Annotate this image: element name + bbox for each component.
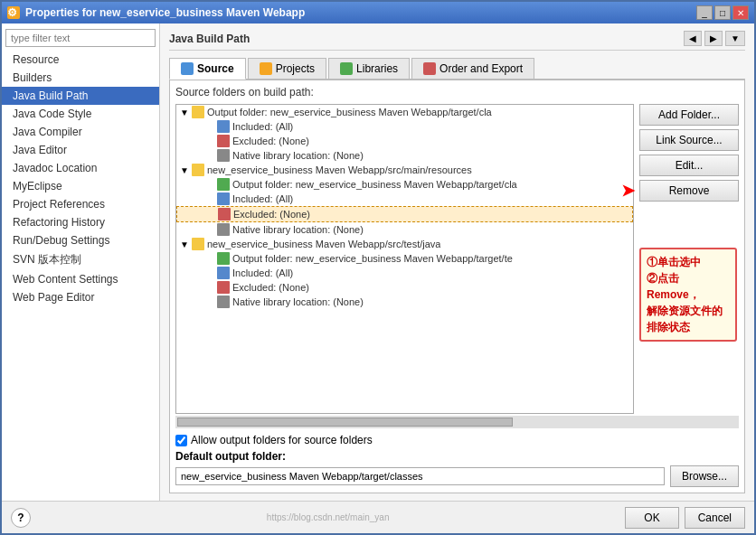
sidebar-item-java-build-path[interactable]: Java Build Path xyxy=(2,87,159,105)
sidebar-item-svn[interactable]: SVN 版本控制 xyxy=(2,249,159,270)
tree-item-9[interactable]: ▼ new_eservice_business Maven Webapp/src… xyxy=(176,237,633,251)
tree-item-3[interactable]: Native library location: (None) xyxy=(176,148,633,163)
sidebar-item-project-references[interactable]: Project References xyxy=(2,195,159,213)
native-icon-3 xyxy=(217,149,230,162)
excluded-icon-12 xyxy=(217,281,230,294)
annotation-box: ①单击选中 ②点击Remove， 解除资源文件的排除状态 xyxy=(639,248,737,342)
window-title: Properties for new_eservice_business Mav… xyxy=(25,6,305,19)
forward-arrow[interactable]: ▶ xyxy=(704,31,723,46)
sidebar-item-run-debug[interactable]: Run/Debug Settings xyxy=(2,231,159,249)
sidebar-item-myeclipse[interactable]: MyEclipse xyxy=(2,177,159,195)
tree-item-1[interactable]: Included: (All) xyxy=(176,119,633,134)
footer: ? https://blog.csdn.net/main_yan OK Canc… xyxy=(2,501,754,533)
annotation-step1: ①单击选中 xyxy=(647,256,701,268)
horizontal-scrollbar[interactable] xyxy=(175,416,739,428)
edit-button[interactable]: Edit... xyxy=(639,155,739,176)
tree-item-13[interactable]: Native library location: (None) xyxy=(176,295,633,309)
browse-button[interactable]: Browse... xyxy=(670,465,739,487)
arrow-indicator: ➤ xyxy=(621,181,635,201)
order-tab-icon xyxy=(423,62,436,75)
sidebar-item-refactoring-history[interactable]: Refactoring History xyxy=(2,213,159,231)
annotation-step2: ②点击Remove， xyxy=(647,272,700,301)
tree-text-7: Excluded: (None) xyxy=(233,209,310,220)
help-button[interactable]: ? xyxy=(11,508,31,528)
ok-button[interactable]: OK xyxy=(625,507,678,529)
scrollbar-thumb[interactable] xyxy=(177,418,513,427)
excluded-icon-7 xyxy=(218,208,231,221)
tree-item-4[interactable]: ▼ new_eservice_business Maven Webapp/src… xyxy=(176,163,633,177)
tree-text-6: Included: (All) xyxy=(232,193,293,204)
default-output-label: Default output folder: xyxy=(175,450,739,463)
tree-item-7[interactable]: Excluded: (None) xyxy=(176,206,633,222)
tree-item-12[interactable]: Excluded: (None) xyxy=(176,280,633,295)
folder-icon-4 xyxy=(192,164,204,176)
tree-text-10: Output folder: new_eservice_business Mav… xyxy=(232,253,513,264)
included-icon-6 xyxy=(217,192,230,205)
folder-icon-9 xyxy=(192,238,204,250)
tree-text-1: Included: (All) xyxy=(232,121,293,132)
tree-item-8[interactable]: Native library location: (None) xyxy=(176,222,633,237)
nav-arrows: ◀ ▶ ▼ xyxy=(684,31,745,46)
tree-text-2: Excluded: (None) xyxy=(232,136,309,146)
tree-text-12: Excluded: (None) xyxy=(232,282,309,293)
sidebar-item-builders[interactable]: Builders xyxy=(2,69,159,87)
sidebar-item-java-compiler[interactable]: Java Compiler xyxy=(2,123,159,141)
toggle-icon-0: ▼ xyxy=(180,108,189,117)
tree-item-2[interactable]: Excluded: (None) xyxy=(176,134,633,148)
tree-item-10[interactable]: Output folder: new_eservice_business Mav… xyxy=(176,251,633,266)
buttons-panel: Add Folder... Link Source... Edit... ➤ R… xyxy=(639,104,739,414)
tree-and-buttons: ▼ Output folder: new_eservice_business M… xyxy=(175,104,739,414)
add-folder-button[interactable]: Add Folder... xyxy=(639,104,739,126)
properties-window: ⚙ Properties for new_eservice_business M… xyxy=(0,0,756,535)
cancel-button[interactable]: Cancel xyxy=(685,507,745,529)
sidebar-item-javadoc-location[interactable]: Javadoc Location xyxy=(2,159,159,177)
sidebar-item-web-content[interactable]: Web Content Settings xyxy=(2,270,159,288)
toggle-icon-4: ▼ xyxy=(180,165,189,175)
tab-source[interactable]: Source xyxy=(169,58,246,80)
output-icon-10 xyxy=(217,252,230,265)
tab-projects[interactable]: Projects xyxy=(248,58,326,79)
bottom-area: Allow output folders for source folders … xyxy=(175,434,739,487)
checkbox-row: Allow output folders for source folders xyxy=(175,434,739,446)
tree-text-9: new_eservice_business Maven Webapp/src/t… xyxy=(207,239,440,249)
remove-button[interactable]: Remove xyxy=(639,180,739,202)
filter-input[interactable] xyxy=(5,29,156,47)
tree-item-6[interactable]: Included: (All) xyxy=(176,192,633,206)
tab-order-export[interactable]: Order and Export xyxy=(411,58,534,79)
panel-title: Java Build Path ◀ ▶ ▼ xyxy=(169,31,745,51)
tabs: Source Projects Libraries Order and Expo… xyxy=(169,58,745,80)
default-output-input[interactable] xyxy=(175,467,665,485)
sidebar-item-web-page-editor[interactable]: Web Page Editor xyxy=(2,288,159,306)
libraries-tab-icon xyxy=(340,62,353,75)
allow-output-folders-checkbox[interactable] xyxy=(175,435,187,446)
watermark: https://blog.csdn.net/main_yan xyxy=(31,512,625,522)
title-bar: ⚙ Properties for new_eservice_business M… xyxy=(2,2,754,23)
sidebar-item-java-editor[interactable]: Java Editor xyxy=(2,141,159,159)
title-bar-left: ⚙ Properties for new_eservice_business M… xyxy=(7,6,305,19)
link-source-button[interactable]: Link Source... xyxy=(639,129,739,151)
right-panel: Java Build Path ◀ ▶ ▼ Source Projects xyxy=(160,23,754,501)
projects-tab-icon xyxy=(260,62,272,75)
back-arrow[interactable]: ◀ xyxy=(684,31,702,46)
tree-text-13: Native library location: (None) xyxy=(232,296,364,307)
window-icon: ⚙ xyxy=(7,6,20,19)
tree-item-11[interactable]: Included: (All) xyxy=(176,266,633,280)
tab-order-export-label: Order and Export xyxy=(439,62,523,75)
content-area: Source folders on build path: ▼ Output f… xyxy=(169,80,745,493)
main-content: Resource Builders Java Build Path Java C… xyxy=(2,23,754,501)
sidebar-item-java-code-style[interactable]: Java Code Style xyxy=(2,105,159,123)
maximize-button[interactable]: □ xyxy=(714,5,731,20)
included-icon-11 xyxy=(217,267,230,279)
tree-container[interactable]: ▼ Output folder: new_eservice_business M… xyxy=(175,104,634,414)
tree-item-0[interactable]: ▼ Output folder: new_eservice_business M… xyxy=(176,105,633,119)
excluded-icon-2 xyxy=(217,135,230,147)
tab-source-label: Source xyxy=(197,62,234,75)
minimize-button[interactable]: _ xyxy=(696,5,713,20)
sidebar-item-resource[interactable]: Resource xyxy=(2,51,159,69)
tree-item-5[interactable]: Output folder: new_eservice_business Mav… xyxy=(176,177,633,192)
checkbox-label: Allow output folders for source folders xyxy=(191,434,373,446)
tab-libraries[interactable]: Libraries xyxy=(328,58,410,79)
dropdown-arrow[interactable]: ▼ xyxy=(725,31,745,46)
footer-right: OK Cancel xyxy=(625,507,745,529)
close-button[interactable]: ✕ xyxy=(732,5,749,20)
